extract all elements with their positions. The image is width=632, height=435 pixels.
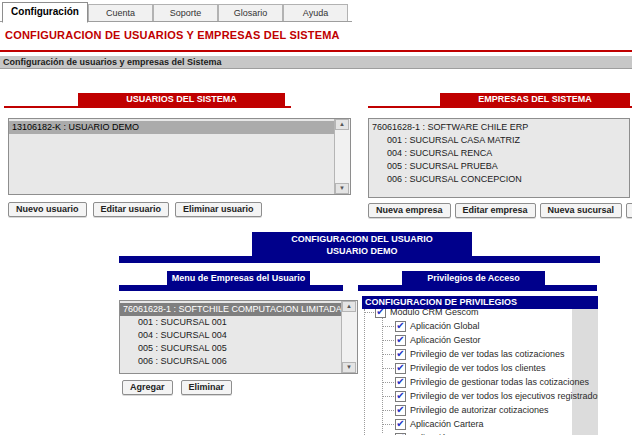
tree-item: ✔ Privilegio de ver todos los ejecutivos… [362,389,598,403]
scroll-down-icon[interactable]: ▼ [335,183,349,194]
list-item[interactable]: 13106182-K : USUARIO DEMO [9,121,338,134]
list-item[interactable]: 76061628-1 : SOFTCHILE COMPUTACION LIMIT… [120,303,345,316]
checkbox-checked[interactable]: ✔ [395,321,406,332]
tree-item-label[interactable]: Aplicación Cartera [410,419,484,429]
nueva-sucursal-button[interactable]: Nueva sucursal [540,203,623,218]
tree-item: ✔ Aplicación Cartera [362,417,484,431]
checkbox-checked[interactable]: ✔ [395,419,406,430]
tree-item: ✔ Aplicación Global [362,319,480,333]
check-icon: ✔ [396,419,404,429]
checkbox-checked[interactable]: ✔ [395,349,406,360]
privilegios-rule [358,285,597,291]
tab-configuracion[interactable]: Configuración [2,2,88,23]
check-icon: ✔ [396,349,404,359]
nuevo-usuario-button[interactable]: Nuevo usuario [8,202,87,217]
tree-item: ✔ Privilegio de autorizar cotizaciones [362,403,549,417]
tree-item-label[interactable]: Privilegio de autorizar cotizaciones [410,405,549,415]
checkbox-checked[interactable]: ✔ [395,335,406,346]
tree-item: ✔ Aplicación Nota [362,431,473,435]
menu-empresas-scrollbar[interactable]: ▲ ▼ [341,301,357,373]
empresas-header-rule [368,106,632,108]
editar-usuario-button[interactable]: Editar usuario [93,202,170,217]
list-item[interactable]: 005 : SUCURSAL 005 [120,342,357,355]
usuarios-listbox[interactable]: 13106182-K : USUARIO DEMO ▲ ▼ [8,118,351,195]
tree-item-label[interactable]: Aplicación Global [410,321,480,331]
tree-item-label[interactable]: Aplicación Gestor [410,335,481,345]
menu-empresas-header: Menu de Empresas del Usuario [167,271,310,285]
scroll-down-icon[interactable]: ▼ [342,362,356,373]
scroll-up-icon[interactable]: ▲ [342,301,356,312]
tree-connector [382,368,394,369]
tree-connector [382,326,394,327]
check-icon: ✔ [396,377,404,387]
list-item[interactable]: 001 : SUCURSAL CASA MATRIZ [369,134,629,147]
check-icon: ✔ [396,405,404,415]
tree-connector [382,354,394,355]
eliminar-usuario-button[interactable]: Eliminar usuario [175,202,262,217]
config-usuario-rule [119,256,600,263]
usuarios-header: USUARIOS DEL SISTEMA [78,93,285,106]
list-item[interactable]: 005 : SUCURSAL PRUEBA [369,160,629,173]
tree-connector [382,340,394,341]
tree-item-label[interactable]: Privilegio de ver todos los clientes [410,363,546,373]
tab-ayuda[interactable]: Ayuda [283,4,348,22]
config-usuario-header: CONFIGURACION DEL USUARIO USUARIO DEMO [252,232,472,256]
checkbox-checked[interactable]: ✔ [395,405,406,416]
page-subtitle-bar: Configuración de usuarios y empresas del… [0,56,632,69]
list-item[interactable]: 004 : SUCURSAL RENCA [369,147,629,160]
checkbox-checked[interactable]: ✔ [395,377,406,388]
usuarios-scrollbar[interactable]: ▲ ▼ [334,119,350,194]
tab-soporte[interactable]: Soporte [153,4,218,22]
menu-empresas-rule [119,285,343,291]
scroll-up-icon[interactable]: ▲ [335,119,349,130]
check-icon: ✔ [376,309,384,317]
check-icon: ✔ [396,363,404,373]
editar-empresa-button[interactable]: Editar empresa [455,203,536,218]
check-icon: ✔ [396,391,404,401]
check-icon: ✔ [396,321,404,331]
empresas-listbox[interactable]: 76061628-1 : SOFTWARE CHILE ERP 001 : SU… [368,118,630,198]
app-window: Configuración Cuenta Soporte Glosario Ay… [0,0,632,435]
empresas-header: EMPRESAS DEL SISTEMA [440,93,630,106]
checkbox-checked[interactable]: ✔ [395,391,406,402]
tree-connector [382,410,394,411]
editar-sucursal-button[interactable]: Editar sucursal [626,203,632,218]
tree-item: ✔ Privilegio de ver todos los clientes [362,361,546,375]
tree-item-label[interactable]: Módulo CRM Gescom [390,309,479,317]
privilegios-scroll-track[interactable] [572,309,598,435]
privilegios-tab-header: Privilegios de Acceso [402,271,545,285]
config-usuario-title: CONFIGURACION DEL USUARIO [252,233,472,245]
privilegios-tree: ✔ Módulo CRM Gescom ✔ Aplicación Global … [362,309,598,435]
tree-item-label[interactable]: Privilegio de gestionar todas las cotiza… [410,377,589,387]
list-item[interactable]: 004 : SUCURSAL 004 [120,329,357,342]
tree-item-label[interactable]: Privilegio de ver todas las cotizaciones [410,349,565,359]
tab-cuenta[interactable]: Cuenta [88,4,153,22]
tree-item: ✔ Módulo CRM Gescom [362,309,479,319]
menu-empresas-listbox[interactable]: 76061628-1 : SOFTCHILE COMPUTACION LIMIT… [119,300,358,374]
usuarios-header-rule [4,106,291,108]
agregar-button[interactable]: Agregar [122,380,173,395]
tree-connector [382,396,394,397]
title-rule [0,50,632,52]
tree-item-label[interactable]: Privilegio de ver todos los ejecutivos r… [410,391,598,401]
privilegios-panel-header: CONFIGURACION DE PRIVILEGIOS [362,296,598,309]
page-title: CONFIGURACION DE USUARIOS Y EMPRESAS DEL… [5,29,340,41]
tree-item: ✔ Aplicación Gestor [362,333,481,347]
tree-connector [382,382,394,383]
checkbox-checked[interactable]: ✔ [375,309,386,318]
eliminar-button[interactable]: Eliminar [181,380,233,395]
tree-item: ✔ Privilegio de gestionar todas las coti… [362,375,589,389]
list-item[interactable]: 76061628-1 : SOFTWARE CHILE ERP [369,121,629,134]
checkbox-checked[interactable]: ✔ [395,363,406,374]
list-item[interactable]: 006 : SUCURSAL 006 [120,355,357,368]
list-item[interactable]: 001 : SUCURSAL 001 [120,316,357,329]
check-icon: ✔ [396,335,404,345]
tab-glosario[interactable]: Glosario [218,4,283,22]
tree-connector [382,424,394,425]
tree-item: ✔ Privilegio de ver todas las cotizacion… [362,347,565,361]
list-item[interactable]: 006 : SUCURSAL CONCEPCION [369,173,629,186]
nueva-empresa-button[interactable]: Nueva empresa [368,203,451,218]
tree-connector [364,312,374,313]
